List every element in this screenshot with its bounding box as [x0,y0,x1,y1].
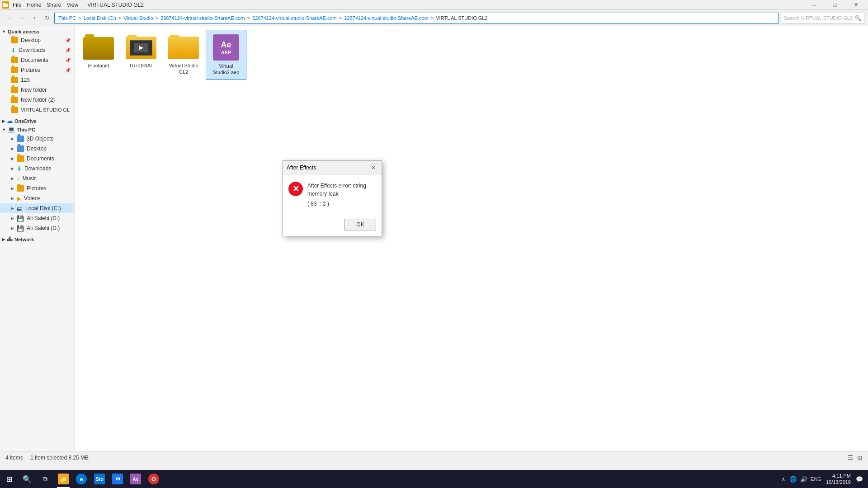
taskbar-after-effects[interactable]: Ae [127,470,145,488]
taskbar-edge[interactable]: e [72,470,90,488]
taskbar-store[interactable]: Sto [90,470,108,488]
dialog-title-bar: After Effects ✕ [283,161,382,174]
taskbar-file-explorer[interactable]: 📁 [54,470,72,488]
taskbar-clock[interactable]: 4:11 PM 10/13/2019 [823,473,854,486]
after-effects-dialog: After Effects ✕ ✕ After Effects error: s… [283,160,382,236]
opera-icon: O [148,474,159,484]
dialog-footer: OK [283,215,382,236]
taskbar-right: ∧ 🌐 🔊 ENG 4:11 PM 10/13/2019 💬 [780,473,868,486]
task-view-icon: ⧉ [43,475,47,483]
dialog-ok-button[interactable]: OK [344,219,376,230]
mail-icon: ✉ [112,474,123,484]
start-button[interactable]: ⊞ [0,470,18,488]
notifications-icon[interactable]: 💬 [854,476,864,483]
dialog-message-area: After Effects error: string memory leak … [307,182,376,208]
edge-icon: e [76,474,87,484]
volume-icon[interactable]: 🔊 [799,476,809,483]
file-explorer-icon: 📁 [58,474,69,484]
windows-logo-icon: ⊞ [6,475,12,483]
taskbar: ⊞ 🔍 ⧉ 📁 e Sto ✉ Ae O ∧ 🌐 [0,470,868,488]
taskbar-mail[interactable]: ✉ [108,470,127,488]
network-systray-icon[interactable]: 🌐 [788,476,798,483]
taskbar-opera[interactable]: O [145,470,163,488]
dialog-title-text: After Effects [287,164,316,171]
dialog-error-message: After Effects error: string memory leak [307,182,376,198]
store-icon: Sto [94,474,105,484]
taskbar-date-value: 10/13/2019 [826,479,851,485]
dialog-body: ✕ After Effects error: string memory lea… [283,174,382,215]
taskbar-time-value: 4:11 PM [826,473,851,479]
keyboard-layout-icon: ENG [810,476,822,482]
search-taskbar-icon: 🔍 [23,475,32,483]
after-effects-icon: Ae [130,474,141,484]
dialog-error-code: ( 83 :: 2 ) [307,200,376,208]
search-button[interactable]: 🔍 [18,470,36,488]
error-icon: ✕ [288,182,303,196]
hidden-icons-button[interactable]: ∧ [780,476,787,483]
task-view-button[interactable]: ⧉ [36,470,54,488]
dialog-close-button[interactable]: ✕ [369,163,378,172]
modal-overlay: After Effects ✕ ✕ After Effects error: s… [0,0,868,488]
